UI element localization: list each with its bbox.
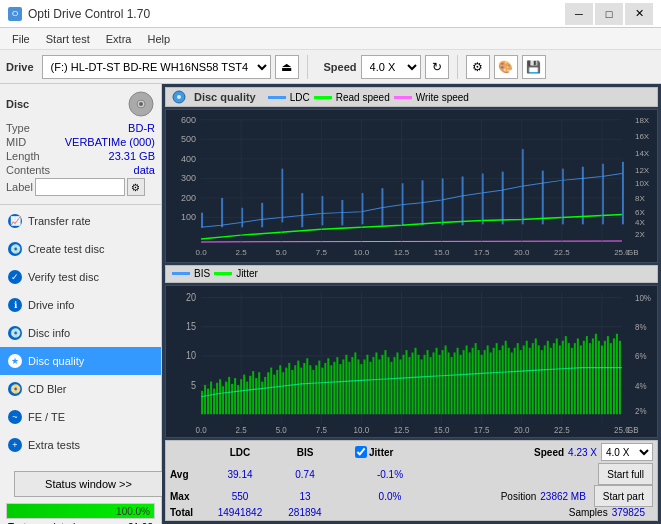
disc-length-row: Length 23.31 GB bbox=[6, 150, 155, 162]
sidebar-item-drive-info[interactable]: ℹ Drive info bbox=[0, 291, 161, 319]
svg-rect-164 bbox=[375, 352, 377, 414]
sidebar-item-disc-quality[interactable]: ★ Disc quality bbox=[0, 347, 161, 375]
svg-rect-188 bbox=[448, 352, 450, 414]
svg-text:2X: 2X bbox=[635, 230, 646, 239]
svg-text:12X: 12X bbox=[635, 166, 650, 175]
svg-rect-165 bbox=[378, 359, 380, 414]
svg-rect-110 bbox=[213, 388, 215, 414]
disc-label-button[interactable]: ⚙ bbox=[127, 178, 145, 196]
svg-rect-232 bbox=[580, 345, 582, 414]
start-part-button[interactable]: Start part bbox=[594, 485, 653, 507]
svg-rect-200 bbox=[484, 350, 486, 414]
jitter-legend-label: Jitter bbox=[236, 268, 258, 279]
svg-rect-185 bbox=[439, 354, 441, 413]
sidebar-item-verify-test[interactable]: ✓ Verify test disc bbox=[0, 263, 161, 291]
chart2-svg: 20 15 10 5 0.0 2.5 5.0 7.5 10.0 12.5 15.… bbox=[166, 286, 657, 438]
svg-text:5.0: 5.0 bbox=[276, 424, 287, 435]
svg-rect-183 bbox=[433, 352, 435, 414]
eject-button[interactable]: ⏏ bbox=[275, 55, 299, 79]
status-window-button[interactable]: Status window >> bbox=[14, 471, 163, 497]
menu-starttest[interactable]: Start test bbox=[38, 31, 98, 47]
sidebar-item-extra-tests[interactable]: + Extra tests bbox=[0, 431, 161, 459]
sidebar-item-create-test[interactable]: 💿 Create test disc bbox=[0, 235, 161, 263]
cd-bler-icon: 📀 bbox=[8, 382, 22, 396]
svg-rect-125 bbox=[258, 372, 260, 414]
svg-point-4 bbox=[177, 95, 181, 99]
svg-rect-242 bbox=[610, 343, 612, 414]
sidebar-label-transfer-rate: Transfer rate bbox=[28, 215, 91, 227]
svg-text:0.0: 0.0 bbox=[196, 248, 208, 257]
disc-type-value: BD-R bbox=[128, 122, 155, 134]
svg-rect-113 bbox=[222, 386, 224, 414]
svg-text:16X: 16X bbox=[635, 132, 650, 141]
svg-text:GB: GB bbox=[627, 248, 639, 257]
svg-rect-235 bbox=[589, 343, 591, 414]
sidebar-label-create-test: Create test disc bbox=[28, 243, 104, 255]
svg-rect-208 bbox=[508, 347, 510, 413]
speed-select[interactable]: 4.0 X bbox=[361, 55, 421, 79]
svg-rect-130 bbox=[273, 374, 275, 414]
progress-text: 100.0% bbox=[116, 504, 150, 519]
svg-rect-161 bbox=[366, 354, 368, 413]
sidebar-item-disc-info[interactable]: 💿 Disc info bbox=[0, 319, 161, 347]
svg-point-2 bbox=[139, 102, 143, 106]
settings-button[interactable]: ⚙ bbox=[466, 55, 490, 79]
svg-rect-177 bbox=[415, 347, 417, 413]
disc-info-icon: 💿 bbox=[8, 326, 22, 340]
svg-rect-191 bbox=[457, 347, 459, 413]
svg-rect-129 bbox=[270, 367, 272, 414]
window-controls: ─ □ ✕ bbox=[565, 3, 653, 25]
chart1-svg: 600 500 400 300 200 100 0.0 2.5 5.0 7.5 … bbox=[166, 110, 657, 262]
svg-rect-121 bbox=[246, 381, 248, 414]
refresh-button[interactable]: ↻ bbox=[425, 55, 449, 79]
speed-label: Speed bbox=[324, 61, 357, 73]
svg-text:2%: 2% bbox=[635, 405, 647, 416]
chart-area: Disc quality LDC Read speed Write speed bbox=[162, 84, 661, 524]
save-button[interactable]: 💾 bbox=[522, 55, 546, 79]
menu-file[interactable]: File bbox=[4, 31, 38, 47]
pos-label: Position bbox=[501, 491, 537, 502]
chart1-header: Disc quality LDC Read speed Write speed bbox=[165, 87, 658, 107]
svg-text:15.0: 15.0 bbox=[434, 424, 450, 435]
sidebar-item-fe-te[interactable]: ~ FE / TE bbox=[0, 403, 161, 431]
avg-bis: 0.74 bbox=[275, 469, 335, 480]
menu-extra[interactable]: Extra bbox=[98, 31, 140, 47]
start-full-button[interactable]: Start full bbox=[598, 463, 653, 485]
disc-icon bbox=[127, 90, 155, 118]
disc-info-panel: Disc Type BD-R MID VERBATIMe (000) Lengt… bbox=[0, 84, 161, 205]
jitter-checkbox[interactable] bbox=[355, 446, 367, 458]
svg-rect-141 bbox=[306, 358, 308, 414]
svg-rect-166 bbox=[381, 354, 383, 413]
speed-dropdown[interactable]: 4.0 X bbox=[601, 443, 653, 461]
svg-rect-42 bbox=[281, 169, 283, 223]
menu-help[interactable]: Help bbox=[139, 31, 178, 47]
sidebar: Disc Type BD-R MID VERBATIMe (000) Lengt… bbox=[0, 84, 162, 524]
svg-rect-220 bbox=[544, 345, 546, 414]
svg-text:8X: 8X bbox=[635, 194, 646, 203]
drive-select[interactable]: (F:) HL-DT-ST BD-RE WH16NS58 TST4 bbox=[42, 55, 271, 79]
svg-rect-50 bbox=[442, 178, 444, 225]
sidebar-item-transfer-rate[interactable]: 📈 Transfer rate bbox=[0, 207, 161, 235]
disc-mid-row: MID VERBATIMe (000) bbox=[6, 136, 155, 148]
svg-rect-132 bbox=[279, 365, 281, 414]
sidebar-item-cd-bler[interactable]: 📀 CD Bler bbox=[0, 375, 161, 403]
svg-rect-107 bbox=[204, 385, 206, 414]
color-button[interactable]: 🎨 bbox=[494, 55, 518, 79]
close-button[interactable]: ✕ bbox=[625, 3, 653, 25]
chart1-body: 600 500 400 300 200 100 0.0 2.5 5.0 7.5 … bbox=[165, 109, 658, 263]
maximize-button[interactable]: □ bbox=[595, 3, 623, 25]
svg-rect-180 bbox=[424, 354, 426, 413]
chart2-body: 20 15 10 5 0.0 2.5 5.0 7.5 10.0 12.5 15.… bbox=[165, 285, 658, 439]
minimize-button[interactable]: ─ bbox=[565, 3, 593, 25]
svg-rect-182 bbox=[430, 357, 432, 414]
sidebar-label-cd-bler: CD Bler bbox=[28, 383, 67, 395]
write-legend-label: Write speed bbox=[416, 92, 469, 103]
svg-text:15: 15 bbox=[186, 320, 197, 332]
svg-rect-158 bbox=[357, 359, 359, 414]
svg-rect-114 bbox=[225, 381, 227, 414]
toolbar: Drive (F:) HL-DT-ST BD-RE WH16NS58 TST4 … bbox=[0, 50, 661, 84]
disc-label-row: Label ⚙ bbox=[6, 178, 155, 196]
svg-rect-192 bbox=[460, 354, 462, 413]
svg-rect-167 bbox=[384, 350, 386, 414]
disc-label-input[interactable] bbox=[35, 178, 125, 196]
